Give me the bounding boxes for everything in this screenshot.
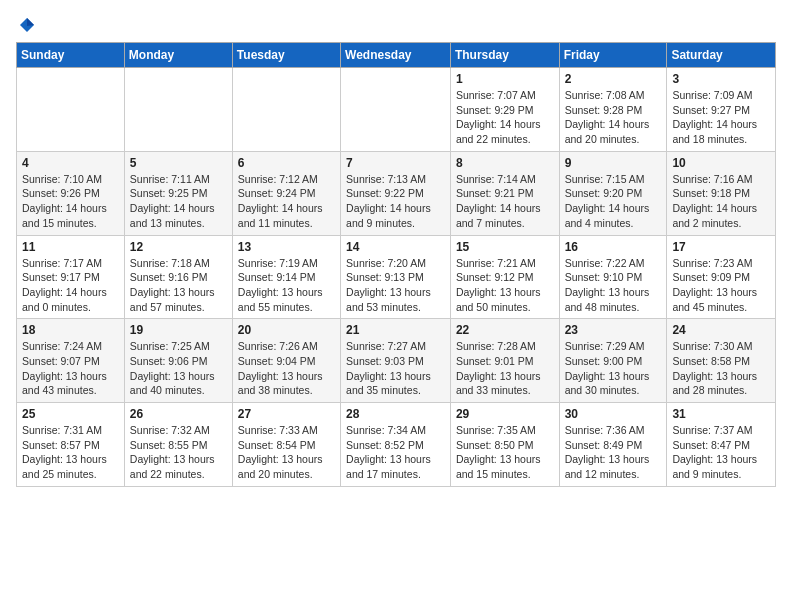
calendar-cell: 26Sunrise: 7:32 AM Sunset: 8:55 PM Dayli… <box>124 403 232 487</box>
calendar-cell: 13Sunrise: 7:19 AM Sunset: 9:14 PM Dayli… <box>232 235 340 319</box>
calendar-header-friday: Friday <box>559 43 667 68</box>
calendar-week-row: 25Sunrise: 7:31 AM Sunset: 8:57 PM Dayli… <box>17 403 776 487</box>
calendar-cell: 21Sunrise: 7:27 AM Sunset: 9:03 PM Dayli… <box>341 319 451 403</box>
day-info: Sunrise: 7:15 AM Sunset: 9:20 PM Dayligh… <box>565 172 662 231</box>
day-info: Sunrise: 7:12 AM Sunset: 9:24 PM Dayligh… <box>238 172 335 231</box>
day-info: Sunrise: 7:10 AM Sunset: 9:26 PM Dayligh… <box>22 172 119 231</box>
calendar-cell: 27Sunrise: 7:33 AM Sunset: 8:54 PM Dayli… <box>232 403 340 487</box>
day-number: 25 <box>22 407 119 421</box>
calendar-header-row: SundayMondayTuesdayWednesdayThursdayFrid… <box>17 43 776 68</box>
day-number: 20 <box>238 323 335 337</box>
day-number: 21 <box>346 323 445 337</box>
day-number: 30 <box>565 407 662 421</box>
svg-marker-1 <box>27 18 34 26</box>
calendar-cell: 1Sunrise: 7:07 AM Sunset: 9:29 PM Daylig… <box>450 68 559 152</box>
day-number: 26 <box>130 407 227 421</box>
calendar-cell <box>341 68 451 152</box>
calendar-cell: 14Sunrise: 7:20 AM Sunset: 9:13 PM Dayli… <box>341 235 451 319</box>
day-number: 7 <box>346 156 445 170</box>
calendar-table: SundayMondayTuesdayWednesdayThursdayFrid… <box>16 42 776 487</box>
day-number: 2 <box>565 72 662 86</box>
calendar-cell: 24Sunrise: 7:30 AM Sunset: 8:58 PM Dayli… <box>667 319 776 403</box>
calendar-cell: 23Sunrise: 7:29 AM Sunset: 9:00 PM Dayli… <box>559 319 667 403</box>
calendar-cell: 8Sunrise: 7:14 AM Sunset: 9:21 PM Daylig… <box>450 151 559 235</box>
day-number: 14 <box>346 240 445 254</box>
calendar-cell: 22Sunrise: 7:28 AM Sunset: 9:01 PM Dayli… <box>450 319 559 403</box>
day-info: Sunrise: 7:24 AM Sunset: 9:07 PM Dayligh… <box>22 339 119 398</box>
calendar-cell: 18Sunrise: 7:24 AM Sunset: 9:07 PM Dayli… <box>17 319 125 403</box>
day-info: Sunrise: 7:17 AM Sunset: 9:17 PM Dayligh… <box>22 256 119 315</box>
logo-icon <box>18 16 36 34</box>
calendar-cell: 9Sunrise: 7:15 AM Sunset: 9:20 PM Daylig… <box>559 151 667 235</box>
calendar-cell <box>232 68 340 152</box>
calendar-cell: 25Sunrise: 7:31 AM Sunset: 8:57 PM Dayli… <box>17 403 125 487</box>
calendar-week-row: 1Sunrise: 7:07 AM Sunset: 9:29 PM Daylig… <box>17 68 776 152</box>
calendar-cell <box>124 68 232 152</box>
calendar-cell: 4Sunrise: 7:10 AM Sunset: 9:26 PM Daylig… <box>17 151 125 235</box>
calendar-cell: 7Sunrise: 7:13 AM Sunset: 9:22 PM Daylig… <box>341 151 451 235</box>
calendar-cell: 5Sunrise: 7:11 AM Sunset: 9:25 PM Daylig… <box>124 151 232 235</box>
day-info: Sunrise: 7:18 AM Sunset: 9:16 PM Dayligh… <box>130 256 227 315</box>
day-number: 1 <box>456 72 554 86</box>
day-number: 27 <box>238 407 335 421</box>
day-number: 11 <box>22 240 119 254</box>
calendar-week-row: 11Sunrise: 7:17 AM Sunset: 9:17 PM Dayli… <box>17 235 776 319</box>
logo <box>16 16 36 34</box>
calendar-week-row: 18Sunrise: 7:24 AM Sunset: 9:07 PM Dayli… <box>17 319 776 403</box>
calendar-cell: 3Sunrise: 7:09 AM Sunset: 9:27 PM Daylig… <box>667 68 776 152</box>
day-number: 23 <box>565 323 662 337</box>
calendar-cell: 28Sunrise: 7:34 AM Sunset: 8:52 PM Dayli… <box>341 403 451 487</box>
calendar-cell: 29Sunrise: 7:35 AM Sunset: 8:50 PM Dayli… <box>450 403 559 487</box>
day-number: 3 <box>672 72 770 86</box>
calendar-header-wednesday: Wednesday <box>341 43 451 68</box>
calendar-cell: 6Sunrise: 7:12 AM Sunset: 9:24 PM Daylig… <box>232 151 340 235</box>
day-info: Sunrise: 7:35 AM Sunset: 8:50 PM Dayligh… <box>456 423 554 482</box>
day-number: 15 <box>456 240 554 254</box>
day-info: Sunrise: 7:23 AM Sunset: 9:09 PM Dayligh… <box>672 256 770 315</box>
day-info: Sunrise: 7:13 AM Sunset: 9:22 PM Dayligh… <box>346 172 445 231</box>
day-number: 28 <box>346 407 445 421</box>
day-info: Sunrise: 7:22 AM Sunset: 9:10 PM Dayligh… <box>565 256 662 315</box>
day-info: Sunrise: 7:28 AM Sunset: 9:01 PM Dayligh… <box>456 339 554 398</box>
calendar-header-sunday: Sunday <box>17 43 125 68</box>
day-number: 4 <box>22 156 119 170</box>
day-info: Sunrise: 7:36 AM Sunset: 8:49 PM Dayligh… <box>565 423 662 482</box>
day-number: 19 <box>130 323 227 337</box>
calendar-cell: 31Sunrise: 7:37 AM Sunset: 8:47 PM Dayli… <box>667 403 776 487</box>
calendar-cell: 20Sunrise: 7:26 AM Sunset: 9:04 PM Dayli… <box>232 319 340 403</box>
day-info: Sunrise: 7:25 AM Sunset: 9:06 PM Dayligh… <box>130 339 227 398</box>
calendar-cell: 30Sunrise: 7:36 AM Sunset: 8:49 PM Dayli… <box>559 403 667 487</box>
calendar-cell: 12Sunrise: 7:18 AM Sunset: 9:16 PM Dayli… <box>124 235 232 319</box>
calendar-header-monday: Monday <box>124 43 232 68</box>
calendar-cell: 17Sunrise: 7:23 AM Sunset: 9:09 PM Dayli… <box>667 235 776 319</box>
day-number: 22 <box>456 323 554 337</box>
day-number: 9 <box>565 156 662 170</box>
day-number: 10 <box>672 156 770 170</box>
day-info: Sunrise: 7:21 AM Sunset: 9:12 PM Dayligh… <box>456 256 554 315</box>
calendar-cell: 10Sunrise: 7:16 AM Sunset: 9:18 PM Dayli… <box>667 151 776 235</box>
day-number: 6 <box>238 156 335 170</box>
calendar-cell: 2Sunrise: 7:08 AM Sunset: 9:28 PM Daylig… <box>559 68 667 152</box>
calendar-cell: 19Sunrise: 7:25 AM Sunset: 9:06 PM Dayli… <box>124 319 232 403</box>
calendar-week-row: 4Sunrise: 7:10 AM Sunset: 9:26 PM Daylig… <box>17 151 776 235</box>
day-info: Sunrise: 7:11 AM Sunset: 9:25 PM Dayligh… <box>130 172 227 231</box>
day-info: Sunrise: 7:32 AM Sunset: 8:55 PM Dayligh… <box>130 423 227 482</box>
day-info: Sunrise: 7:08 AM Sunset: 9:28 PM Dayligh… <box>565 88 662 147</box>
day-info: Sunrise: 7:34 AM Sunset: 8:52 PM Dayligh… <box>346 423 445 482</box>
calendar-cell: 16Sunrise: 7:22 AM Sunset: 9:10 PM Dayli… <box>559 235 667 319</box>
day-number: 17 <box>672 240 770 254</box>
day-number: 16 <box>565 240 662 254</box>
day-number: 29 <box>456 407 554 421</box>
day-info: Sunrise: 7:20 AM Sunset: 9:13 PM Dayligh… <box>346 256 445 315</box>
day-info: Sunrise: 7:07 AM Sunset: 9:29 PM Dayligh… <box>456 88 554 147</box>
day-info: Sunrise: 7:27 AM Sunset: 9:03 PM Dayligh… <box>346 339 445 398</box>
day-info: Sunrise: 7:29 AM Sunset: 9:00 PM Dayligh… <box>565 339 662 398</box>
day-number: 24 <box>672 323 770 337</box>
day-number: 12 <box>130 240 227 254</box>
day-number: 18 <box>22 323 119 337</box>
day-info: Sunrise: 7:33 AM Sunset: 8:54 PM Dayligh… <box>238 423 335 482</box>
day-info: Sunrise: 7:19 AM Sunset: 9:14 PM Dayligh… <box>238 256 335 315</box>
day-info: Sunrise: 7:37 AM Sunset: 8:47 PM Dayligh… <box>672 423 770 482</box>
day-info: Sunrise: 7:14 AM Sunset: 9:21 PM Dayligh… <box>456 172 554 231</box>
calendar-cell: 15Sunrise: 7:21 AM Sunset: 9:12 PM Dayli… <box>450 235 559 319</box>
